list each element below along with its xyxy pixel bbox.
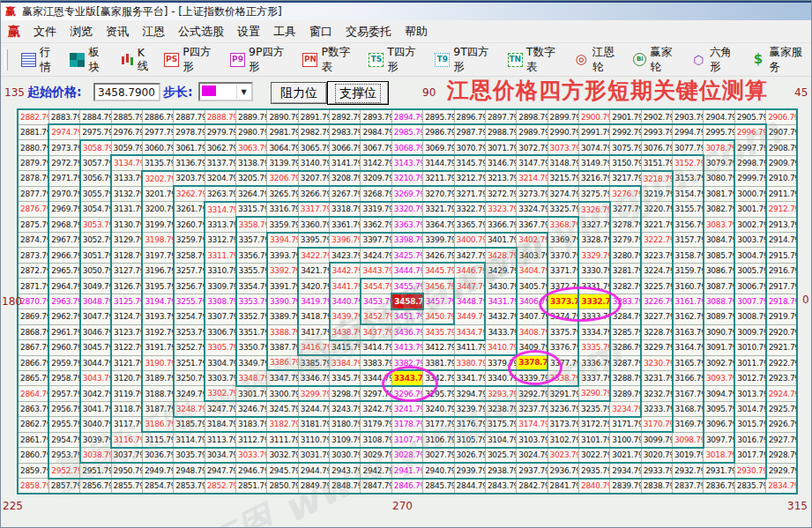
toolbar-item-kline[interactable]: K线 xyxy=(119,46,154,74)
price-cell: 3403.79 xyxy=(517,248,548,263)
resistance-button[interactable]: 阻力位 xyxy=(271,82,327,104)
price-cell: 2839.79 xyxy=(610,479,641,495)
menu-item-帮助[interactable]: 帮助 xyxy=(405,24,428,40)
price-cell: 2865.79 xyxy=(18,370,48,385)
toolbar-item-9t-square[interactable]: T99T四方形 xyxy=(435,45,498,75)
price-cell: 3086.79 xyxy=(704,263,734,278)
grid-row: 2872.792965.793050.793127.793196.793257.… xyxy=(18,263,797,278)
price-cell: 2856.79 xyxy=(80,479,111,495)
menu-item-交易委托[interactable]: 交易委托 xyxy=(346,24,391,40)
price-cell: 2934.79 xyxy=(610,463,641,478)
price-cell: 3098.79 xyxy=(673,432,704,447)
toolbar-item-t-square[interactable]: TST四方形 xyxy=(369,45,425,75)
price-cell: 3330.79 xyxy=(578,263,609,278)
toolbar-item-label: 行情 xyxy=(40,45,60,75)
price-cell: 3435.79 xyxy=(423,324,454,339)
price-cell: 3363.79 xyxy=(391,217,422,232)
price-cell: 3074.79 xyxy=(578,140,609,155)
toolbar-item-winner-wheel[interactable]: Bi赢家轮 xyxy=(633,45,682,75)
toolbar-item-p-square[interactable]: PSP四方形 xyxy=(164,45,220,75)
price-cell: 3141.79 xyxy=(330,155,361,170)
price-cell: 3117.79 xyxy=(111,417,142,432)
toolbar-item-winner-service[interactable]: $赢家服务 xyxy=(750,45,811,75)
price-cell: 2974.79 xyxy=(48,124,79,139)
price-cell: 3399.79 xyxy=(423,233,454,248)
price-cell: 3422.79 xyxy=(298,248,329,263)
price-cell: 3177.79 xyxy=(423,417,454,432)
price-cell: 3169.79 xyxy=(673,417,704,432)
support-button[interactable]: 支撑位 xyxy=(327,81,389,105)
menu-item-江恩[interactable]: 江恩 xyxy=(142,24,165,40)
price-cell: 3397.79 xyxy=(361,233,391,248)
toolbar-item-9p-square[interactable]: P99P四方形 xyxy=(230,45,294,75)
price-cell: 3106.79 xyxy=(423,432,454,447)
price-cell: 2855.79 xyxy=(111,479,142,495)
price-cell: 3142.79 xyxy=(361,155,391,170)
price-cell: 3035.79 xyxy=(174,448,205,463)
price-cell: 3327.79 xyxy=(578,217,609,232)
menu-item-公式选股[interactable]: 公式选股 xyxy=(178,24,224,40)
price-cell: 3064.79 xyxy=(267,140,298,155)
toolbar-item-blocks[interactable]: 板块 xyxy=(70,45,108,75)
toolbar-item-label: 板块 xyxy=(88,45,108,75)
price-cell: 2939.79 xyxy=(454,463,485,478)
price-cell: 2905.79 xyxy=(734,109,765,124)
price-cell: 3102.79 xyxy=(548,432,578,447)
toolbar-item-quotes[interactable]: 行情 xyxy=(21,45,60,75)
menu-item-工具[interactable]: 工具 xyxy=(273,24,296,40)
toolbar-item-t-digit-table[interactable]: TNT数字表 xyxy=(508,45,564,75)
price-cell: 3167.79 xyxy=(673,386,704,401)
price-cell: 3286.79 xyxy=(610,340,641,355)
price-cell: 3187.79 xyxy=(142,401,173,416)
menu-item-文件[interactable]: 文件 xyxy=(34,24,56,40)
price-cell: 3022.79 xyxy=(578,448,609,463)
price-cell: 3145.79 xyxy=(454,155,485,170)
price-cell: 3151.79 xyxy=(641,155,672,170)
price-cell: 2895.79 xyxy=(423,109,454,124)
grid-row: 2868.792961.793046.793123.793192.793253.… xyxy=(18,324,797,339)
price-cell: 3383.79 xyxy=(361,355,391,370)
price-cell: 3006.79 xyxy=(734,279,765,294)
toolbar-item-gann-wheel[interactable]: ◎江恩轮 xyxy=(574,45,624,75)
price-cell: 3015.79 xyxy=(734,417,765,432)
price-cell: 3447.79 xyxy=(454,279,485,294)
price-cell: 3082.79 xyxy=(704,202,734,217)
start-price-input[interactable] xyxy=(93,83,160,101)
price-cell: 3427.79 xyxy=(454,248,485,263)
menu-item-资讯[interactable]: 资讯 xyxy=(106,24,129,40)
price-cell: 3194.79 xyxy=(142,294,173,309)
price-cell: 3236.79 xyxy=(548,401,578,416)
price-cell: 2851.79 xyxy=(236,479,267,495)
price-cell: 3451.79 xyxy=(391,309,422,324)
price-cell: 3298.79 xyxy=(330,386,361,401)
price-cell: 3243.79 xyxy=(330,401,361,416)
price-cell: 3171.79 xyxy=(610,417,641,432)
price-cell: 3008.79 xyxy=(734,309,765,324)
menu-item-设置[interactable]: 设置 xyxy=(237,24,260,40)
chevron-down-icon[interactable]: ▼ xyxy=(236,85,250,99)
price-cell: 3090.79 xyxy=(704,324,734,339)
price-cell: 2874.79 xyxy=(18,233,48,248)
price-cell: 3430.79 xyxy=(485,279,516,294)
price-cell: 3014.79 xyxy=(734,401,765,416)
price-cell: 2867.79 xyxy=(18,340,48,355)
menu-item-浏览[interactable]: 浏览 xyxy=(70,24,93,40)
price-cell: 3276.79 xyxy=(610,186,641,201)
price-cell: 3095.79 xyxy=(704,401,734,416)
price-cell: 3310.79 xyxy=(205,263,235,278)
price-cell: 2945.79 xyxy=(267,463,298,478)
price-cell: 2938.79 xyxy=(485,463,516,478)
price-cell: 3073.79 xyxy=(548,140,578,155)
toolbar-item-p-digit-table[interactable]: PNP数字表 xyxy=(302,45,359,75)
price-cell: 3021.79 xyxy=(610,448,641,463)
price-cell: 3288.79 xyxy=(610,370,641,385)
price-cell: 3182.79 xyxy=(267,417,298,432)
price-cell: 3104.79 xyxy=(485,432,516,447)
toolbar-item-hexagon[interactable]: ⬡六角形 xyxy=(691,45,741,75)
menu-item-窗口[interactable]: 窗口 xyxy=(309,24,332,40)
price-cell: 2935.79 xyxy=(578,463,609,478)
step-color-dropdown[interactable]: ▼ xyxy=(198,82,253,101)
price-cell: 3159.79 xyxy=(673,263,704,278)
price-cell: 3260.79 xyxy=(174,217,205,232)
price-cell: 3178.79 xyxy=(391,417,422,432)
